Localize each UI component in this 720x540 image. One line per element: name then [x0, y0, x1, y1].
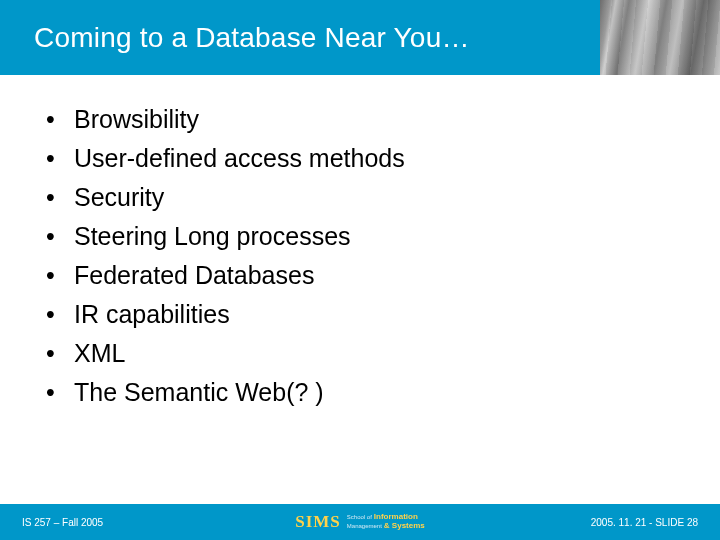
bullet-icon: • — [44, 256, 74, 295]
bullet-icon: • — [44, 373, 74, 412]
list-item: • The Semantic Web(? ) — [44, 373, 684, 412]
footer-right-text: 2005. 11. 21 - SLIDE 28 — [591, 517, 698, 528]
bullet-text: Browsibility — [74, 100, 199, 139]
logo-main-text: SIMS — [295, 512, 341, 532]
bullet-icon: • — [44, 334, 74, 373]
list-item: • Security — [44, 178, 684, 217]
footer-left-text: IS 257 – Fall 2005 — [22, 517, 103, 528]
footer: IS 257 – Fall 2005 SIMS School of Inform… — [0, 504, 720, 540]
bullet-icon: • — [44, 100, 74, 139]
bullet-icon: • — [44, 295, 74, 334]
bullet-icon: • — [44, 178, 74, 217]
bullet-text: User-defined access methods — [74, 139, 405, 178]
list-item: • XML — [44, 334, 684, 373]
bullet-text: Security — [74, 178, 164, 217]
bullet-text: XML — [74, 334, 125, 373]
list-item: • Browsibility — [44, 100, 684, 139]
list-item: • User-defined access methods — [44, 139, 684, 178]
sims-logo: SIMS School of Information Management & … — [295, 512, 425, 532]
body-area: • Browsibility • User-defined access met… — [44, 100, 684, 412]
slide-title: Coming to a Database Near You… — [34, 22, 470, 54]
decorative-photo — [600, 0, 720, 75]
bullet-text: IR capabilities — [74, 295, 230, 334]
bullet-icon: • — [44, 217, 74, 256]
list-item: • Steering Long processes — [44, 217, 684, 256]
logo-sub-text: School of Information Management & Syste… — [347, 513, 425, 531]
logo-line2-small: Management — [347, 523, 382, 530]
list-item: • IR capabilities — [44, 295, 684, 334]
bullet-text: The Semantic Web(? ) — [74, 373, 324, 412]
logo-line1-small: School of — [347, 514, 372, 521]
bullet-text: Federated Databases — [74, 256, 314, 295]
bullet-list: • Browsibility • User-defined access met… — [44, 100, 684, 412]
logo-line2-accent: & Systems — [384, 522, 425, 531]
bullet-icon: • — [44, 139, 74, 178]
bullet-text: Steering Long processes — [74, 217, 351, 256]
list-item: • Federated Databases — [44, 256, 684, 295]
slide: Coming to a Database Near You… • Browsib… — [0, 0, 720, 540]
